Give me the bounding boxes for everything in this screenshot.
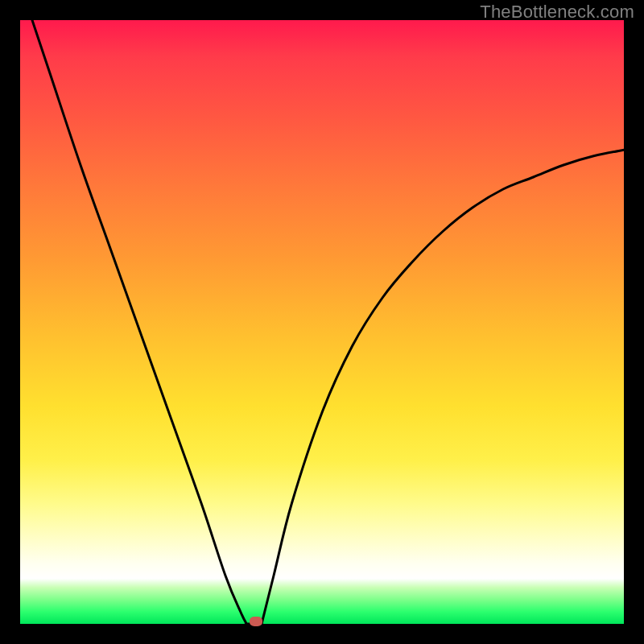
- chart-frame: TheBottleneck.com: [0, 0, 644, 644]
- curve-path: [32, 20, 624, 624]
- plot-area: [20, 20, 624, 624]
- bottleneck-curve: [20, 20, 624, 624]
- optimal-marker: [250, 617, 262, 626]
